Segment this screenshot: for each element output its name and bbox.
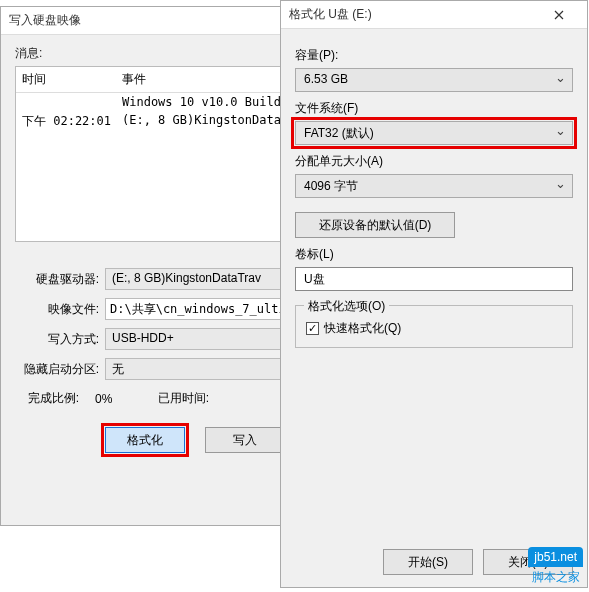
format-button[interactable]: 格式化 bbox=[105, 427, 185, 453]
close-icon[interactable] bbox=[539, 2, 579, 28]
watermark: jb51.net 脚本之家 bbox=[528, 547, 583, 586]
window-title: 格式化 U盘 (E:) bbox=[289, 6, 539, 23]
log-time: 下午 02:22:01 bbox=[22, 113, 122, 130]
image-label: 映像文件: bbox=[15, 301, 105, 318]
progress-percent: 0% bbox=[85, 392, 145, 406]
col-time-header: 时间 bbox=[22, 71, 122, 88]
capacity-value: 6.53 GB bbox=[304, 72, 348, 86]
watermark-text: 脚本之家 bbox=[532, 569, 580, 586]
start-button[interactable]: 开始(S) bbox=[383, 549, 473, 575]
titlebar: 格式化 U盘 (E:) bbox=[281, 1, 587, 29]
write-button[interactable]: 写入 bbox=[205, 427, 285, 453]
method-label: 写入方式: bbox=[15, 331, 105, 348]
filesystem-select[interactable]: FAT32 (默认) bbox=[295, 121, 573, 145]
filesystem-label: 文件系统(F) bbox=[295, 100, 573, 117]
volume-label-input[interactable] bbox=[295, 267, 573, 291]
volume-label-label: 卷标(L) bbox=[295, 246, 573, 263]
group-title: 格式化选项(O) bbox=[304, 298, 389, 315]
dialog-body: 容量(P): 6.53 GB 文件系统(F) FAT32 (默认) 分配单元大小… bbox=[281, 29, 587, 358]
watermark-badge: jb51.net bbox=[528, 547, 583, 567]
quick-format-label: 快速格式化(Q) bbox=[324, 320, 401, 337]
capacity-select[interactable]: 6.53 GB bbox=[295, 68, 573, 92]
quick-format-checkbox[interactable] bbox=[306, 322, 319, 335]
log-time bbox=[22, 95, 122, 109]
format-dialog-window: 格式化 U盘 (E:) 容量(P): 6.53 GB 文件系统(F) FAT32… bbox=[280, 0, 588, 588]
done-label: 完成比例: bbox=[15, 390, 85, 407]
window-controls bbox=[539, 2, 579, 28]
quick-format-row[interactable]: 快速格式化(Q) bbox=[306, 320, 562, 337]
messages-label: 消息: bbox=[15, 45, 42, 62]
filesystem-value: FAT32 (默认) bbox=[304, 126, 374, 140]
allocation-value: 4096 字节 bbox=[304, 179, 358, 193]
elapsed-label: 已用时间: bbox=[145, 390, 215, 407]
allocation-select[interactable]: 4096 字节 bbox=[295, 174, 573, 198]
hidden-label: 隐藏启动分区: bbox=[15, 361, 105, 378]
capacity-label: 容量(P): bbox=[295, 47, 573, 64]
restore-defaults-button[interactable]: 还原设备的默认值(D) bbox=[295, 212, 455, 238]
allocation-label: 分配单元大小(A) bbox=[295, 153, 573, 170]
format-options-group: 格式化选项(O) 快速格式化(Q) bbox=[295, 305, 573, 348]
drive-label: 硬盘驱动器: bbox=[15, 271, 105, 288]
